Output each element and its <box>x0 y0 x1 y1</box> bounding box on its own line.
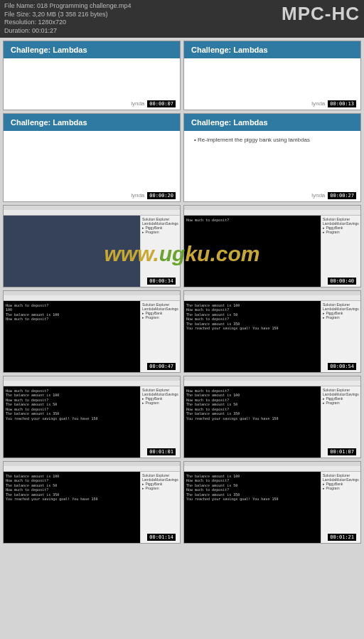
timestamp: 00:01:14 <box>147 534 176 541</box>
timestamp: 00:00:20 <box>147 192 176 199</box>
timestamp: 00:00:13 <box>328 100 356 107</box>
thumb-9[interactable]: How much to deposit? The balance amount … <box>3 376 181 458</box>
thumb-1[interactable]: Challenge: Lambdas lynda00:00:07 <box>3 41 181 110</box>
file-size-line: File Size: 3,20 MB (3 358 216 bytes) <box>4 11 132 19</box>
timestamp: 00:01:21 <box>328 534 356 541</box>
ide-editor <box>4 216 140 287</box>
ide-toolbar <box>4 210 180 216</box>
timestamp: 00:00:27 <box>328 192 356 199</box>
solution-explorer: Solution ExplorerLambdaMotionSavings▸ Pi… <box>321 216 360 287</box>
brand-text: lynda <box>311 192 325 199</box>
slide-bullet: • Re-implement the piggy bank using lamb… <box>184 131 360 149</box>
console-window: How much to deposit? <box>184 216 321 287</box>
console-window: How much to deposit? The balance amount … <box>184 386 321 458</box>
slide-title: Challenge: Lambdas <box>4 41 180 58</box>
solution-explorer: Solution ExplorerLambdaMotionSavings▸ Pi… <box>140 216 180 287</box>
timestamp: 00:00:34 <box>147 278 176 285</box>
timestamp: 00:00:47 <box>147 363 176 370</box>
timestamp: 00:00:40 <box>328 278 356 285</box>
thumb-6[interactable]: How much to deposit? Solution ExplorerLa… <box>183 205 361 287</box>
thumb-4[interactable]: Challenge: Lambdas • Re-implement the pi… <box>183 113 361 202</box>
thumb-5[interactable]: Solution ExplorerLambdaMotionSavings▸ Pi… <box>3 205 181 287</box>
slide-title: Challenge: Lambdas <box>184 114 360 131</box>
console-window: How much to deposit?100 The balance amou… <box>4 301 140 372</box>
file-name-line: File Name: 018 Programming challenge.mp4 <box>4 2 132 11</box>
brand-text: lynda <box>131 192 144 199</box>
thumbnail-grid: Challenge: Lambdas lynda00:00:07 Challen… <box>0 38 364 546</box>
thumb-10[interactable]: How much to deposit? The balance amount … <box>183 376 361 458</box>
console-window: The balance amount is 100How much to dep… <box>4 472 140 543</box>
thumb-2[interactable]: Challenge: Lambdas lynda00:00:13 <box>183 41 361 110</box>
video-info-header: File Name: 018 Programming challenge.mp4… <box>0 0 364 38</box>
timestamp: 00:00:54 <box>328 363 356 370</box>
brand-text: lynda <box>131 100 144 107</box>
timestamp: 00:01:01 <box>147 448 176 455</box>
console-window: The balance amount is 100How much to dep… <box>184 301 321 372</box>
resolution-line: Resolution: 1280x720 <box>4 19 132 27</box>
slide-title: Challenge: Lambdas <box>4 114 180 131</box>
timestamp: 00:00:07 <box>147 100 176 107</box>
thumb-7[interactable]: How much to deposit?100 The balance amou… <box>3 290 181 373</box>
thumb-12[interactable]: The balance amount is 100How much to dep… <box>183 461 361 544</box>
video-meta: File Name: 018 Programming challenge.mp4… <box>4 2 132 36</box>
slide-title: Challenge: Lambdas <box>184 41 360 58</box>
app-title: MPC-HC <box>282 2 360 26</box>
console-window: The balance amount is 100How much to dep… <box>184 472 321 543</box>
thumb-3[interactable]: Challenge: Lambdas lynda00:00:20 <box>3 113 181 202</box>
thumb-8[interactable]: The balance amount is 100How much to dep… <box>183 290 361 373</box>
duration-line: Duration: 00:01:27 <box>4 27 132 36</box>
console-window: How much to deposit? The balance amount … <box>4 386 140 458</box>
brand-text: lynda <box>311 100 325 107</box>
thumb-11[interactable]: The balance amount is 100How much to dep… <box>3 461 181 544</box>
ide-toolbar <box>184 210 360 216</box>
timestamp: 00:01:07 <box>328 448 356 455</box>
